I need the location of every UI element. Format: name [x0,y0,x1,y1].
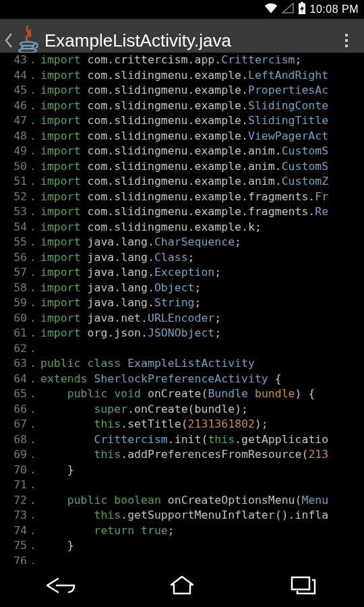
line-content: return true; [36,523,175,539]
line-content: import java.lang.Exception; [36,265,221,281]
line-content: import com.slidingmenu.example.SlidingTi… [36,113,328,129]
code-line[interactable]: 56.import java.lang.Class; [0,250,364,266]
code-line[interactable]: 47.import com.slidingmenu.example.Slidin… [0,113,364,129]
code-line[interactable]: 73. this.getSupportMenuInflater().infla [0,508,364,523]
code-line[interactable]: 67. this.setTitle(2131361802); [0,417,364,432]
code-line[interactable]: 53.import com.slidingmenu.example.fragme… [0,204,364,220]
line-content [36,554,40,565]
line-content: import com.slidingmenu.example.anim.Cust… [36,159,328,175]
code-line[interactable]: 45.import com.slidingmenu.example.Proper… [0,83,364,98]
recent-apps-icon [291,576,316,595]
code-line[interactable]: 71. [0,478,364,493]
code-line[interactable]: 52.import com.slidingmenu.example.fragme… [0,190,364,205]
line-number: 48 [0,129,30,144]
nav-back-button[interactable] [27,569,94,602]
code-line[interactable]: 70. } [0,463,364,478]
line-number: 54 [0,220,30,235]
line-content [36,478,40,493]
more-vert-icon [344,32,348,49]
line-content: Crittercism.init(this.getApplicatio [36,432,328,448]
line-number: 75 [0,538,30,554]
code-line[interactable]: 46.import com.slidingmenu.example.Slidin… [0,98,364,114]
code-line[interactable]: 58.import java.lang.Object; [0,281,364,296]
line-number: 60 [0,311,30,326]
code-line[interactable]: 59.import java.lang.String; [0,295,364,311]
line-number: 70 [0,463,30,478]
line-content: public boolean onCreateOptionsMenu(Menu [36,493,328,509]
home-icon [169,575,195,596]
svg-rect-1 [301,2,303,3]
line-number: 45 [0,83,30,98]
code-line[interactable]: 66. super.onCreate(bundle); [0,402,364,417]
line-content: } [36,538,74,554]
line-number: 55 [0,235,30,250]
code-line[interactable]: 54.import com.slidingmenu.example.k; [0,220,364,235]
line-content: public class ExampleListActivity [36,356,255,372]
code-line[interactable]: 57.import java.lang.Exception; [0,265,364,281]
line-number: 57 [0,265,30,281]
line-content: import java.lang.CharSequence; [36,235,241,250]
line-content: public void onCreate(Bundle bundle) { [36,386,315,402]
code-line[interactable]: 75. } [0,538,364,554]
code-line[interactable]: 64.extends SherlockPreferenceActivity { [0,372,364,387]
line-content: import com.slidingmenu.example.Propertie… [36,83,328,98]
line-number: 50 [0,159,30,175]
line-content: import com.slidingmenu.example.fragments… [36,204,328,220]
wifi-icon [264,3,278,16]
line-number: 71 [0,478,30,493]
code-line[interactable]: 61.import org.json.JSONObject; [0,326,364,341]
chevron-left-icon [4,32,13,49]
code-line[interactable]: 60.import java.net.URLEncoder; [0,311,364,326]
code-line[interactable]: 48.import com.slidingmenu.example.ViewPa… [0,129,364,144]
line-number: 44 [0,68,30,84]
code-line[interactable]: 50.import com.slidingmenu.example.anim.C… [0,159,364,175]
status-bar: 10:08 PM [0,0,364,19]
code-line[interactable]: 63.public class ExampleListActivity [0,356,364,372]
line-number: 51 [0,174,30,190]
signal-icon [282,3,294,16]
svg-rect-7 [345,45,348,47]
line-number: 63 [0,356,30,372]
line-content: import com.slidingmenu.example.fragments… [36,190,328,205]
code-line[interactable]: 44.import com.slidingmenu.example.LeftAn… [0,68,364,84]
code-line[interactable]: 74. return true; [0,523,364,539]
code-editor[interactable]: 43.import com.crittercism.app.Crittercis… [0,53,364,564]
line-content: import java.lang.Class; [36,250,195,266]
code-line[interactable]: 43.import com.crittercism.app.Crittercis… [0,53,364,68]
nav-home-button[interactable] [148,569,216,602]
line-number: 49 [0,144,30,159]
code-line[interactable]: 55.import java.lang.CharSequence; [0,235,364,250]
line-number: 73 [0,508,30,523]
code-line[interactable]: 76. [0,554,364,565]
line-content [36,341,40,357]
line-number: 64 [0,372,30,387]
overflow-menu-button[interactable] [334,24,359,57]
svg-rect-6 [345,39,348,42]
line-number: 53 [0,204,30,220]
line-content: import com.slidingmenu.example.LeftAndRi… [36,68,328,84]
code-line[interactable]: 65. public void onCreate(Bundle bundle) … [0,386,364,402]
line-number: 52 [0,190,30,205]
code-line[interactable]: 51.import com.slidingmenu.example.anim.C… [0,174,364,190]
line-content: import com.slidingmenu.example.k; [36,220,262,235]
code-line[interactable]: 72. public boolean onCreateOptionsMenu(M… [0,493,364,509]
code-line[interactable]: 62. [0,341,364,357]
code-line[interactable]: 69. this.addPreferencesFromResource(213 [0,447,364,463]
line-content: extends SherlockPreferenceActivity { [36,372,282,387]
line-number: 69 [0,447,30,463]
line-number: 59 [0,295,30,311]
line-number: 61 [0,326,30,341]
code-line[interactable]: 49.import com.slidingmenu.example.anim.C… [0,144,364,159]
nav-recent-button[interactable] [270,569,337,602]
back-button[interactable] [4,24,39,57]
line-number: 62 [0,341,30,357]
line-number: 66 [0,402,30,417]
line-content: import com.slidingmenu.example.anim.Cust… [36,144,328,159]
java-icon [16,24,39,57]
line-content: import org.json.JSONObject; [36,326,221,341]
line-content: import com.crittercism.app.Crittercism; [36,53,301,68]
line-number: 65 [0,386,30,402]
line-content: import com.slidingmenu.example.SlidingCo… [36,98,328,114]
file-title: ExampleListActivity.java [44,30,334,51]
code-line[interactable]: 68. Crittercism.init(this.getApplicatio [0,432,364,448]
